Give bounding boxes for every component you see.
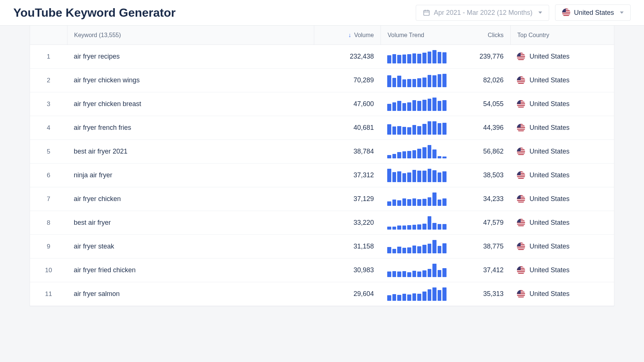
us-flag-icon bbox=[517, 100, 525, 108]
cell-clicks: 34,233 bbox=[455, 191, 510, 207]
col-clicks[interactable]: Clicks bbox=[455, 26, 510, 45]
us-flag-icon bbox=[517, 195, 525, 203]
cell-keyword[interactable]: best air fryer bbox=[67, 214, 314, 231]
svg-rect-98 bbox=[517, 296, 525, 297]
table-row[interactable]: 4air fryer french fries40,68144,396Unite… bbox=[30, 116, 614, 140]
sparkline bbox=[387, 216, 447, 230]
cell-trend bbox=[381, 164, 455, 187]
table-row[interactable]: 7air fryer chicken37,12934,233United Sta… bbox=[30, 187, 614, 211]
cell-volume: 29,604 bbox=[314, 286, 381, 302]
cell-rank: 4 bbox=[30, 120, 67, 136]
col-country[interactable]: Top Country bbox=[510, 26, 614, 45]
table-row[interactable]: 5best air fryer 202138,78456,862United S… bbox=[30, 140, 614, 164]
col-keyword[interactable]: Keyword (13,555) bbox=[67, 26, 314, 45]
svg-rect-33 bbox=[517, 105, 525, 106]
svg-rect-83 bbox=[517, 243, 521, 246]
cell-trend bbox=[381, 283, 455, 305]
svg-rect-35 bbox=[517, 100, 521, 104]
sparkline bbox=[387, 240, 447, 253]
cell-keyword[interactable]: ninja air fryer bbox=[67, 167, 314, 184]
svg-rect-74 bbox=[517, 225, 525, 226]
svg-rect-57 bbox=[517, 176, 525, 177]
cell-trend bbox=[381, 188, 455, 210]
cell-trend bbox=[381, 259, 455, 282]
us-flag-icon bbox=[517, 53, 525, 61]
table-row[interactable]: 1air fryer recipes232,438239,776United S… bbox=[30, 45, 614, 69]
cell-keyword[interactable]: air fryer french fries bbox=[67, 119, 314, 136]
cell-keyword[interactable]: air fryer chicken bbox=[67, 191, 314, 207]
svg-rect-46 bbox=[517, 148, 525, 148]
country-name: United States bbox=[530, 171, 570, 179]
keyword-table: Keyword (13,555) ↓Volume Volume Trend Cl… bbox=[30, 26, 614, 306]
us-flag-icon bbox=[517, 266, 525, 274]
col-volume[interactable]: ↓Volume bbox=[314, 26, 381, 45]
table-row[interactable]: 10air fryer fried chicken30,98337,412Uni… bbox=[30, 259, 614, 282]
col-keyword-label: Keyword (13,555) bbox=[74, 32, 121, 39]
col-trend[interactable]: Volume Trend bbox=[381, 26, 455, 45]
country-name: United States bbox=[530, 124, 570, 132]
cell-trend bbox=[381, 69, 455, 92]
cell-clicks: 38,503 bbox=[455, 167, 510, 184]
svg-rect-43 bbox=[517, 124, 521, 128]
us-flag-icon bbox=[517, 171, 525, 180]
us-flag-icon bbox=[517, 148, 525, 156]
col-country-label: Top Country bbox=[517, 32, 549, 39]
svg-rect-38 bbox=[517, 124, 525, 125]
svg-rect-22 bbox=[517, 76, 525, 77]
country-selector[interactable]: United States bbox=[555, 4, 631, 21]
page-title: YouTube Keyword Generator bbox=[13, 6, 176, 20]
country-label: United States bbox=[574, 9, 614, 17]
cell-volume: 40,681 bbox=[314, 119, 381, 136]
sparkline bbox=[387, 74, 447, 87]
chevron-down-icon bbox=[620, 11, 624, 14]
cell-volume: 30,983 bbox=[314, 262, 381, 279]
svg-rect-86 bbox=[517, 266, 525, 267]
svg-rect-62 bbox=[517, 195, 525, 196]
svg-rect-14 bbox=[517, 53, 525, 53]
date-range-selector[interactable]: Apr 2021 - Mar 2022 (12 Months) bbox=[416, 5, 549, 21]
cell-clicks: 35,313 bbox=[455, 286, 510, 302]
svg-rect-34 bbox=[517, 106, 525, 107]
cell-keyword[interactable]: air fryer recipes bbox=[67, 48, 314, 65]
country-name: United States bbox=[530, 76, 570, 84]
cell-country: United States bbox=[510, 48, 614, 65]
sparkline bbox=[387, 264, 447, 277]
cell-country: United States bbox=[510, 214, 614, 231]
cell-keyword[interactable]: air fryer salmon bbox=[67, 286, 314, 302]
svg-rect-70 bbox=[517, 219, 525, 220]
svg-rect-81 bbox=[517, 247, 525, 248]
cell-volume: 70,289 bbox=[314, 72, 381, 89]
cell-clicks: 47,579 bbox=[455, 214, 510, 231]
cell-clicks: 44,396 bbox=[455, 119, 510, 136]
table-row[interactable]: 8best air fryer33,22047,579United States bbox=[30, 211, 614, 235]
table-row[interactable]: 2air fryer chicken wings70,28982,026Unit… bbox=[30, 69, 614, 92]
cell-country: United States bbox=[510, 143, 614, 160]
cell-rank: 3 bbox=[30, 96, 67, 112]
cell-keyword[interactable]: air fryer steak bbox=[67, 238, 314, 255]
cell-country: United States bbox=[510, 262, 614, 279]
header: YouTube Keyword Generator Apr 2021 - Mar… bbox=[0, 0, 644, 26]
table-row[interactable]: 11air fryer salmon29,60435,313United Sta… bbox=[30, 282, 614, 306]
cell-keyword[interactable]: best air fryer 2021 bbox=[67, 143, 314, 160]
cell-volume: 47,600 bbox=[314, 96, 381, 112]
svg-rect-94 bbox=[517, 290, 525, 291]
cell-volume: 31,158 bbox=[314, 238, 381, 255]
cell-keyword[interactable]: air fryer chicken wings bbox=[67, 72, 314, 89]
table-row[interactable]: 9air fryer steak31,15838,775United State… bbox=[30, 235, 614, 259]
table-row[interactable]: 3air fryer chicken breast47,60054,055Uni… bbox=[30, 92, 614, 116]
table-row[interactable]: 6ninja air fryer37,31238,503United State… bbox=[30, 164, 614, 187]
svg-rect-51 bbox=[517, 148, 521, 151]
svg-rect-11 bbox=[562, 9, 566, 12]
cell-trend bbox=[381, 212, 455, 234]
cell-country: United States bbox=[510, 191, 614, 208]
sort-desc-icon: ↓ bbox=[348, 32, 351, 39]
svg-rect-97 bbox=[517, 295, 525, 296]
country-name: United States bbox=[530, 195, 570, 203]
cell-clicks: 54,055 bbox=[455, 96, 510, 112]
cell-keyword[interactable]: air fryer chicken breast bbox=[67, 96, 314, 112]
country-name: United States bbox=[530, 53, 570, 60]
cell-country: United States bbox=[510, 72, 614, 89]
cell-keyword[interactable]: air fryer fried chicken bbox=[67, 262, 314, 279]
col-volume-label: Volume bbox=[354, 32, 374, 39]
sparkline bbox=[387, 287, 447, 301]
